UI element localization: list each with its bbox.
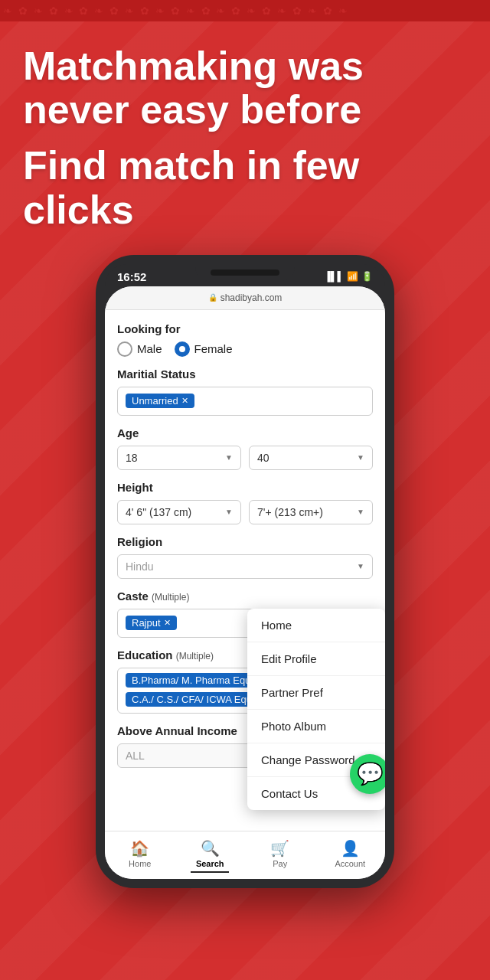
whatsapp-fab[interactable]: 💬 [350,754,385,794]
pay-nav-icon: 🛒 [270,839,289,858]
whatsapp-icon: 💬 [357,761,384,786]
phone-frame: 16:52 ▐▌▌ 📶 🔋 🔒 shadibyah.com [96,255,394,888]
status-bar: 16:52 ▐▌▌ 📶 🔋 [105,264,385,286]
browser-bar: 🔒 shadibyah.com [105,286,385,310]
nav-search[interactable]: 🔍 Search [175,836,246,876]
age-from-arrow: ▼ [225,453,233,462]
menu-item-photo-album[interactable]: Photo Album [247,710,385,743]
looking-for-section: Looking for Male Female [117,322,373,357]
unmarried-tag: Unmarried ✕ [126,394,194,408]
religion-section: Religion Hindu ▼ [117,535,373,579]
bottom-nav: 🏠 Home 🔍 Search 🛒 Pay 👤 Account [105,831,385,879]
age-from-select[interactable]: 18 ▼ [117,446,241,470]
age-range: 18 ▼ 40 ▼ [117,446,373,470]
age-label: Age [117,426,373,439]
account-nav-icon: 👤 [341,839,360,858]
female-label: Female [194,342,233,355]
nav-home[interactable]: 🏠 Home [105,836,175,876]
age-to-select[interactable]: 40 ▼ [249,446,373,470]
height-to-arrow: ▼ [357,508,364,516]
menu-item-partner-pref[interactable]: Partner Pref [247,676,385,710]
hero-section: Matchmaking was never easy before Find m… [0,21,490,232]
account-nav-label: Account [335,859,365,868]
rajput-tag: Rajput ✕ [126,616,177,630]
marital-section: Maritial Status Unmarried ✕ [117,368,373,416]
app-content: Looking for Male Female Mariti [105,310,385,831]
url-text: shadibyah.com [220,292,283,303]
search-nav-underline [191,871,229,873]
status-icons: ▐▌▌ 📶 🔋 [324,271,373,282]
height-label: Height [117,481,373,494]
male-radio-circle [117,341,132,357]
home-nav-label: Home [129,859,151,868]
signal-icon: ▐▌▌ [324,271,344,282]
rajput-tag-remove[interactable]: ✕ [164,618,171,628]
looking-for-label: Looking for [117,322,373,335]
female-radio-circle [175,341,190,357]
pay-nav-label: Pay [273,859,287,868]
marital-tag-input[interactable]: Unmarried ✕ [117,387,373,416]
notch-pill [211,270,279,276]
hero-subtitle: Find match in few clicks [23,144,467,231]
marital-label: Maritial Status [117,368,373,381]
male-radio[interactable]: Male [117,341,162,357]
menu-item-home[interactable]: Home [247,609,385,642]
phone-screen: 🔒 shadibyah.com Looking for Male [105,286,385,879]
male-label: Male [137,342,162,355]
religion-label: Religion [117,535,373,548]
hero-title: Matchmaking was never easy before [23,44,467,132]
nav-account[interactable]: 👤 Account [315,836,386,876]
clock: 16:52 [117,270,146,283]
wifi-icon: 📶 [347,271,358,282]
height-from-arrow: ▼ [225,508,233,516]
search-nav-icon: 🔍 [201,839,220,858]
phone-notch [195,264,295,281]
unmarried-tag-remove[interactable]: ✕ [181,396,188,406]
menu-item-edit-profile[interactable]: Edit Profile [247,642,385,676]
phone-mockup: 16:52 ▐▌▌ 📶 🔋 🔒 shadibyah.com [0,255,490,919]
height-section: Height 4' 6" (137 cm) ▼ 7'+ (213 cm+) ▼ [117,481,373,524]
age-section: Age 18 ▼ 40 ▼ [117,426,373,470]
age-to-arrow: ▼ [357,453,364,462]
search-nav-label: Search [196,859,224,868]
height-from-select[interactable]: 4' 6" (137 cm) ▼ [117,500,241,524]
height-to-select[interactable]: 7'+ (213 cm+) ▼ [249,500,373,524]
home-nav-icon: 🏠 [130,839,149,858]
caste-label: Caste (Multiple) [117,590,373,603]
height-range: 4' 6" (137 cm) ▼ 7'+ (213 cm+) ▼ [117,500,373,524]
religion-select[interactable]: Hindu ▼ [117,554,373,579]
url-bar: 🔒 shadibyah.com [208,292,283,303]
top-border [0,0,490,21]
gender-radio-group: Male Female [117,341,373,357]
religion-arrow: ▼ [357,562,364,570]
female-radio[interactable]: Female [175,341,233,357]
battery-icon: 🔋 [361,271,373,282]
nav-pay[interactable]: 🛒 Pay [245,836,315,876]
lock-icon: 🔒 [208,293,217,302]
